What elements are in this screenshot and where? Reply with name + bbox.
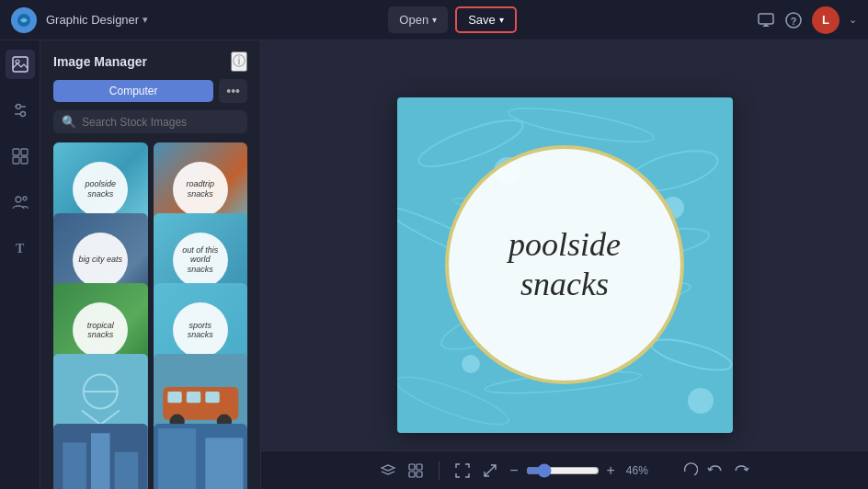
search-input[interactable] [82, 116, 239, 129]
thumb-label-2: roadtrip snacks [173, 162, 228, 217]
history-back-button[interactable] [681, 462, 698, 479]
panel-tabs: Computer ••• [40, 79, 260, 110]
svg-rect-25 [186, 392, 200, 403]
search-bar: 🔍 [53, 110, 247, 133]
panel-header: Image Manager ⓘ [40, 40, 260, 79]
panel-info-button[interactable]: ⓘ [231, 51, 247, 72]
undo-button[interactable] [707, 462, 724, 479]
svg-rect-1 [759, 14, 773, 24]
app-name: Graphic Designer [46, 13, 139, 27]
icon-sidebar: T [0, 40, 40, 489]
bottom-bar: − + 46% [261, 450, 868, 489]
svg-rect-28 [63, 443, 86, 489]
svg-rect-54 [417, 472, 422, 477]
svg-point-7 [16, 105, 20, 109]
grid-view-button[interactable] [407, 462, 424, 479]
history-buttons [681, 462, 749, 479]
svg-rect-13 [21, 157, 28, 164]
svg-text:?: ? [791, 16, 797, 27]
redo-button[interactable] [733, 462, 749, 479]
thumb-label-3: big city eats [73, 233, 128, 288]
svg-rect-4 [13, 57, 28, 72]
sidebar-item-people[interactable] [6, 188, 35, 217]
svg-rect-51 [409, 464, 415, 470]
sidebar-item-adjust[interactable] [6, 96, 35, 125]
svg-rect-52 [417, 464, 422, 470]
open-button[interactable]: Open ▾ [388, 6, 448, 33]
svg-rect-10 [13, 149, 19, 155]
svg-rect-30 [115, 452, 139, 489]
thumbnail-9[interactable] [53, 424, 148, 489]
fullscreen-button[interactable] [454, 462, 471, 479]
save-button[interactable]: Save ▾ [455, 6, 517, 33]
svg-point-48 [462, 355, 480, 373]
svg-rect-24 [167, 392, 181, 403]
canvas-wrapper: poolside snacks [397, 97, 733, 433]
app-logo [11, 7, 37, 33]
search-icon: 🔍 [62, 115, 76, 129]
svg-point-14 [16, 197, 21, 202]
svg-rect-26 [205, 392, 219, 403]
canvas-area: poolside snacks [261, 40, 868, 489]
svg-rect-29 [91, 434, 110, 489]
svg-rect-32 [158, 429, 196, 489]
zoom-plus-button[interactable]: + [607, 462, 615, 479]
chat-button[interactable] [757, 11, 775, 29]
thumbnail-10[interactable] [154, 424, 248, 489]
computer-tab[interactable]: Computer [53, 80, 213, 102]
main-area: T Image Manager ⓘ Computer ••• 🔍 poolsid… [0, 40, 868, 489]
sidebar-item-layout[interactable] [6, 142, 35, 171]
thumb-label-4: out of this world snacks [173, 233, 228, 288]
svg-text:T: T [16, 242, 25, 256]
thumb-label-5: tropical snacks [73, 302, 128, 358]
topbar-expand-button[interactable]: ⌄ [849, 14, 857, 26]
panel-title: Image Manager [53, 54, 147, 69]
thumb-label-6: sports snacks [173, 302, 228, 358]
sidebar-item-image[interactable] [6, 50, 35, 79]
svg-rect-11 [21, 149, 28, 155]
svg-point-15 [23, 197, 27, 200]
svg-rect-53 [409, 472, 415, 477]
more-tab[interactable]: ••• [219, 79, 247, 103]
image-grid: poolside snacks roadtrip snacks big city… [40, 142, 260, 489]
svg-rect-33 [205, 438, 243, 489]
zoom-controls: − + 46% [509, 462, 652, 479]
user-avatar[interactable]: L [812, 6, 839, 34]
canvas-circle: poolside snacks [445, 145, 684, 384]
layers-button[interactable] [380, 462, 396, 479]
zoom-minus-button[interactable]: − [509, 462, 518, 479]
topbar: Graphic Designer ▾ Open ▾ Save ▾ ? L ⌄ [0, 0, 868, 40]
svg-point-9 [20, 112, 25, 117]
canvas-main-text: poolside snacks [499, 216, 630, 313]
svg-point-49 [688, 388, 714, 414]
zoom-slider[interactable] [526, 463, 600, 478]
thumb-label-1: poolside snacks [73, 162, 128, 217]
help-button[interactable]: ? [784, 11, 803, 29]
topbar-center: Open ▾ Save ▾ [148, 6, 757, 33]
topbar-right: ? L ⌄ [757, 6, 857, 34]
svg-rect-12 [13, 157, 19, 164]
image-manager-panel: Image Manager ⓘ Computer ••• 🔍 poolside … [40, 40, 261, 489]
zoom-label: 46% [622, 464, 652, 477]
sidebar-item-text[interactable]: T [6, 233, 35, 263]
resize-button[interactable] [482, 462, 498, 479]
